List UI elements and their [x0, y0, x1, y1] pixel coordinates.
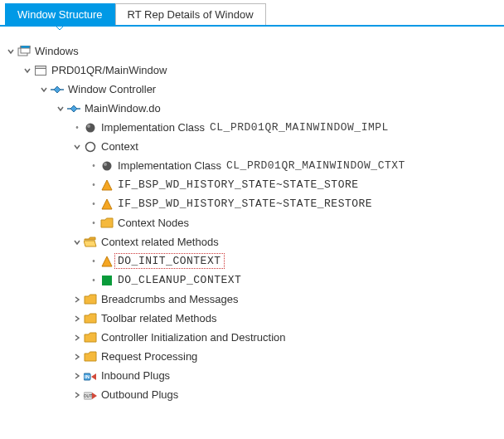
tree-label: Toolbar related Methods — [99, 312, 218, 324]
svg-point-11 — [86, 123, 95, 132]
triangle-warning-icon — [99, 178, 114, 193]
tree-label: Context — [99, 140, 140, 153]
tree-label: Window Controller — [66, 83, 158, 95]
tree-label: DO_CLEANUP_CONTEXT — [116, 274, 243, 286]
tree-label: IF_BSP_WD_HISTORY_STATE~STATE_STORE — [116, 178, 361, 191]
tree-node-context-nodes[interactable]: • Context Nodes — [5, 213, 499, 232]
svg-text:IN: IN — [85, 374, 90, 379]
tree-node-breadcrumbs[interactable]: Breadcrumbs and Messages — [5, 290, 499, 309]
svg-rect-19 — [102, 276, 112, 285]
tree-node-req-proc[interactable]: Request Processing — [5, 347, 499, 366]
expand-toggle-icon[interactable] — [71, 351, 83, 363]
svg-marker-5 — [54, 86, 61, 93]
triangle-warning-icon — [99, 197, 114, 212]
triangle-warning-icon — [99, 254, 114, 269]
svg-point-15 — [104, 163, 107, 166]
expand-toggle-icon[interactable] — [71, 313, 83, 324]
tab-label: RT Rep Details of Window — [128, 8, 254, 21]
expand-toggle-icon[interactable] — [71, 294, 83, 305]
tree-label: Outbound Plugs — [99, 388, 180, 401]
expand-toggle-icon[interactable] — [71, 332, 83, 344]
tab-bar: Window Structure RT Rep Details of Windo… — [0, 0, 504, 27]
folder-icon — [83, 330, 98, 345]
tree-label: Breadcrumbs and Messages — [99, 293, 240, 305]
tree-label: DO_INIT_CONTEXT — [116, 255, 223, 267]
tree-label: Request Processing — [99, 350, 199, 363]
svg-marker-8 — [70, 105, 77, 112]
tab-label: Window Structure — [17, 8, 103, 21]
svg-point-14 — [103, 161, 112, 170]
plug-in-icon: IN — [83, 368, 98, 383]
leaf-marker-icon: • — [88, 161, 99, 170]
tree-node-toolbar[interactable]: Toolbar related Methods — [5, 309, 499, 328]
expand-toggle-icon[interactable] — [5, 46, 17, 57]
sphere-dark-icon — [83, 120, 98, 135]
tree: Windows PRD01QR/MainWindow Window C — [0, 27, 504, 409]
folder-icon — [83, 349, 98, 364]
svg-rect-4 — [36, 66, 46, 68]
plug-out-icon: OUT — [83, 388, 98, 402]
windows-stack-icon — [17, 44, 32, 59]
leaf-marker-icon: • — [88, 256, 99, 266]
leaf-marker-icon: • — [88, 180, 99, 189]
tab-rt-rep-details[interactable]: RT Rep Details of Window — [115, 3, 266, 25]
tree-label: IF_BSP_WD_HISTORY_STATE~STATE_RESTORE — [116, 198, 374, 210]
expand-toggle-icon[interactable] — [71, 389, 83, 401]
tree-node-ctxt-impl[interactable]: • Implementation Class CL_PRD01QR_MAINWI… — [5, 156, 499, 175]
tree-node-component[interactable]: PRD01QR/MainWindow — [5, 61, 499, 80]
svg-marker-16 — [102, 180, 112, 190]
tree-label: MainWindow.do — [83, 102, 162, 115]
controller-icon — [66, 101, 81, 116]
active-tab-marker-icon — [6, 25, 114, 30]
tree-node-state-store[interactable]: • IF_BSP_WD_HISTORY_STATE~STATE_STORE — [5, 175, 499, 194]
tree-label: Windows — [33, 45, 80, 57]
tree-value: CL_PRD01QR_MAINWINDOW_IMPL — [210, 121, 389, 134]
tree-label: Context Nodes — [116, 217, 191, 229]
folder-icon — [99, 216, 114, 231]
folder-icon — [83, 292, 98, 307]
svg-rect-2 — [21, 46, 30, 48]
folder-open-icon — [83, 235, 98, 250]
leaf-marker-icon: • — [88, 199, 99, 208]
svg-marker-18 — [102, 256, 112, 266]
tree-node-context[interactable]: Context — [5, 137, 499, 156]
square-green-icon — [99, 273, 114, 288]
tab-window-structure[interactable]: Window Structure — [5, 3, 115, 25]
tree-label: Implementation Class — [99, 121, 206, 134]
svg-marker-25 — [92, 393, 97, 399]
tree-node-impl-class[interactable]: • Implementation Class CL_PRD01QR_MAINWI… — [5, 118, 499, 137]
tree-node-do-cleanup[interactable]: • DO_CLEANUP_CONTEXT — [5, 271, 499, 290]
expand-toggle-icon[interactable] — [55, 103, 66, 115]
tree-value: CL_PRD01QR_MAINWINDOW_CTXT — [226, 159, 405, 172]
expand-toggle-icon[interactable] — [38, 84, 50, 95]
svg-marker-22 — [91, 373, 96, 380]
tree-node-outbound[interactable]: OUT Outbound Plugs — [5, 385, 499, 404]
sphere-dark-icon — [99, 159, 114, 173]
expand-toggle-icon[interactable] — [22, 65, 33, 76]
tree-label: Context related Methods — [99, 236, 220, 248]
tree-label: PRD01QR/MainWindow — [50, 64, 168, 76]
tree-node-ctrl-init[interactable]: Controller Initialization and Destructio… — [5, 328, 499, 347]
window-icon — [33, 63, 48, 78]
leaf-marker-icon: • — [88, 276, 99, 285]
tree-node-windows[interactable]: Windows — [5, 41, 499, 61]
leaf-marker-icon: • — [71, 123, 83, 132]
tree-label: Controller Initialization and Destructio… — [99, 331, 288, 344]
tree-node-do-init[interactable]: • DO_INIT_CONTEXT — [5, 251, 499, 271]
tree-node-state-restore[interactable]: • IF_BSP_WD_HISTORY_STATE~STATE_RESTORE — [5, 194, 499, 213]
tree-node-context-methods[interactable]: Context related Methods — [5, 232, 499, 251]
tree-node-controller[interactable]: Window Controller — [5, 80, 499, 99]
tree-node-view[interactable]: MainWindow.do — [5, 99, 499, 118]
svg-point-13 — [86, 142, 95, 151]
svg-text:OUT: OUT — [84, 393, 92, 398]
tree-label: Inbound Plugs — [99, 369, 172, 382]
leaf-marker-icon: • — [88, 218, 99, 227]
expand-toggle-icon[interactable] — [71, 237, 83, 248]
tree-node-inbound[interactable]: IN Inbound Plugs — [5, 366, 499, 385]
expand-toggle-icon[interactable] — [71, 370, 83, 382]
tree-label: Implementation Class — [116, 159, 223, 172]
expand-toggle-icon[interactable] — [71, 141, 83, 153]
folder-icon — [83, 311, 98, 326]
controller-icon — [50, 82, 65, 97]
circle-outline-icon — [83, 139, 98, 154]
